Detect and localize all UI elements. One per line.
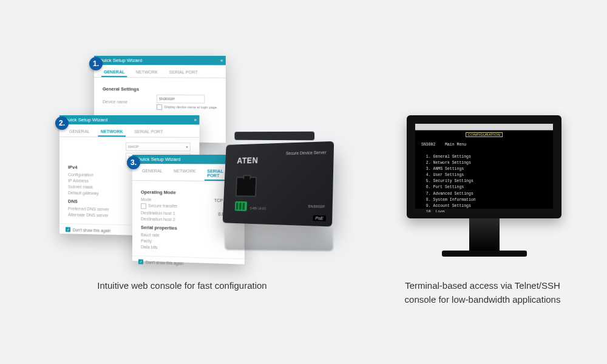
wizard-titlebar: Quick Setup Wizard × <box>94 56 226 65</box>
gw-label: Default gateway <box>68 190 99 195</box>
wizard-title: Quick Setup Wizard <box>64 117 107 123</box>
caption-left: Intuitive web console for fast configura… <box>85 279 279 293</box>
terminal-block-icon <box>235 201 247 211</box>
tab-serial[interactable]: SERIAL PORT <box>166 68 200 77</box>
device-name-input[interactable]: SN3002P <box>157 95 205 104</box>
device-label: Secure Device Server <box>286 150 327 155</box>
dont-show-label: Don't show this again <box>73 228 110 232</box>
ethernet-port-icon <box>236 177 257 197</box>
step-badge-1: 1. <box>89 57 103 70</box>
tab-network[interactable]: NETWORK <box>134 68 161 77</box>
mode-label: Mode <box>141 197 152 201</box>
tab-serial[interactable]: SERIAL PORT <box>132 127 166 136</box>
tab-network[interactable]: NETWORK <box>171 167 198 181</box>
dhcp-select[interactable]: DHCP <box>126 143 191 152</box>
terminal-banner: CONFIGURATION <box>466 132 503 137</box>
mounting-bracket <box>234 132 314 140</box>
dont-show-label: Don't show this again <box>146 260 183 265</box>
section-heading: General Settings <box>103 86 217 92</box>
dest1-label: Destination host 1 <box>141 211 175 215</box>
desktop-monitor: CONFIGURATION SN3002 Main Menu 1. Genera… <box>407 115 561 257</box>
checkbox-icon[interactable] <box>141 203 146 209</box>
terminal-titlebar <box>415 124 553 130</box>
adns-label: Alternate DNS server <box>68 212 109 217</box>
step-badge-2: 2. <box>55 116 69 130</box>
poe-badge: PoE <box>313 215 326 221</box>
reflection <box>224 226 333 251</box>
device-name-label: Device name <box>103 99 127 104</box>
baud-label: Baud rate <box>141 232 160 237</box>
step-badge-3: 3. <box>127 156 140 169</box>
model-label: SN3002P <box>308 204 325 209</box>
wizard-tabs: GENERAL NETWORK SERIAL PORT <box>94 65 226 78</box>
conf-label: Configuration <box>68 172 93 177</box>
caption-right: Terminal-based access via Telnet/SSH con… <box>388 279 577 306</box>
display-option-label: Display device name at login page <box>164 105 217 109</box>
wizard-title: Quick Setup Wizard <box>99 58 142 63</box>
dest2-label: Destination host 2 <box>141 217 175 221</box>
close-icon[interactable]: × <box>220 56 223 65</box>
monitor-screen: CONFIGURATION SN3002 Main Menu 1. Genera… <box>407 115 561 218</box>
terminal-menu-text: SN3002 Main Menu 1. General Settings 2. … <box>421 142 547 218</box>
tab-general[interactable]: GENERAL <box>101 68 127 77</box>
tab-general[interactable]: GENERAL <box>67 127 92 136</box>
checkbox-icon[interactable]: ✓ <box>138 259 143 264</box>
device-server-hardware: ATEN Secure Device Server 5-48V 1A DC SN… <box>212 118 349 261</box>
tab-general[interactable]: GENERAL <box>140 167 165 180</box>
checkbox-icon[interactable] <box>157 104 162 110</box>
wizard-title: Quick Setup Wizard <box>137 157 180 162</box>
mask-label: Subnet mask <box>68 184 93 189</box>
tab-network[interactable]: NETWORK <box>98 127 126 136</box>
ip-label: IP Address <box>68 178 89 183</box>
monitor-base <box>442 251 527 257</box>
close-icon[interactable]: × <box>194 115 197 124</box>
pdns-label: Preferred DNS server <box>68 206 109 211</box>
secure-label: Secure transfer <box>141 203 177 209</box>
parity-label: Parity <box>141 238 152 243</box>
monitor-stand <box>469 218 500 252</box>
data-label: Data bits <box>141 244 158 249</box>
checkbox-icon[interactable]: ✓ <box>66 227 70 232</box>
dc-spec-label: 5-48V 1A DC <box>250 206 266 211</box>
terminal-window[interactable]: CONFIGURATION SN3002 Main Menu 1. Genera… <box>415 124 553 209</box>
brand-logo: ATEN <box>237 155 258 165</box>
